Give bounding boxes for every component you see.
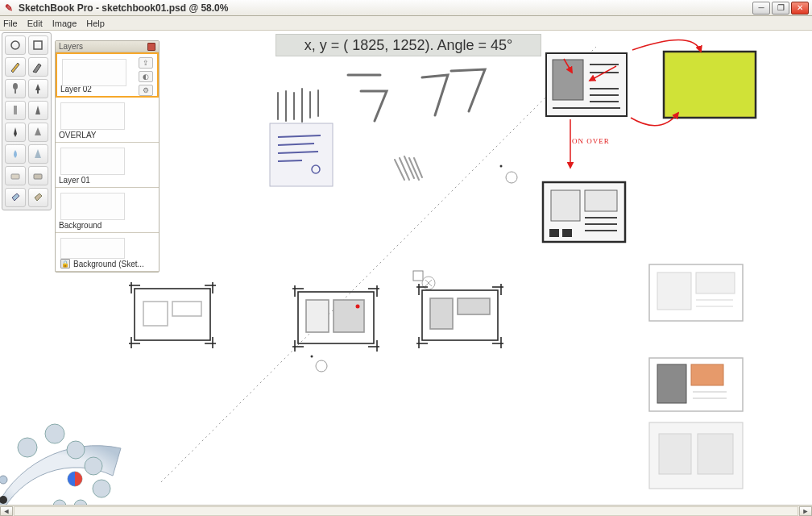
menu-image[interactable]: Image bbox=[52, 19, 77, 28]
svg-rect-55 bbox=[172, 302, 201, 316]
svg-rect-91 bbox=[659, 434, 691, 474]
layer-settings-icon[interactable]: ⚙ bbox=[139, 85, 153, 96]
layer-opacity-icon[interactable]: ◐ bbox=[139, 71, 153, 82]
lagoon-tool-1-icon[interactable] bbox=[18, 438, 37, 457]
tool-marker-2[interactable] bbox=[28, 101, 49, 120]
window-titlebar: ✎ SketchBook Pro - sketchbook01.psd @ 58… bbox=[0, 0, 812, 16]
svg-rect-54 bbox=[143, 302, 168, 326]
svg-rect-15 bbox=[270, 123, 333, 186]
svg-point-93 bbox=[11, 41, 19, 49]
layer-thumb bbox=[60, 148, 125, 175]
svg-point-2 bbox=[500, 165, 503, 168]
scroll-right-icon[interactable]: ► bbox=[799, 506, 812, 516]
maximize-button[interactable]: ❐ bbox=[772, 2, 789, 15]
window-title: SketchBook Pro - sketchbook01.psd @ 58.0… bbox=[19, 2, 752, 14]
svg-rect-94 bbox=[34, 41, 42, 49]
svg-point-3 bbox=[316, 360, 327, 372]
menu-file[interactable]: File bbox=[3, 19, 18, 28]
svg-rect-81 bbox=[696, 273, 735, 293]
close-button[interactable]: ✕ bbox=[791, 2, 809, 15]
tool-eraser-1[interactable] bbox=[5, 166, 26, 185]
svg-point-1 bbox=[506, 172, 517, 183]
lagoon-tool-5-icon[interactable] bbox=[85, 457, 102, 475]
menu-edit[interactable]: Edit bbox=[27, 19, 43, 28]
tool-brush-soft[interactable] bbox=[5, 79, 26, 98]
svg-line-19 bbox=[278, 160, 302, 161]
layer-item[interactable]: ⇪ ◐ ⚙ Layer 02 bbox=[56, 52, 159, 98]
svg-point-67 bbox=[356, 305, 360, 309]
tool-pen-1[interactable] bbox=[5, 123, 26, 142]
layer-name: OVERLAY bbox=[59, 131, 155, 139]
lagoon-tool-6-icon[interactable] bbox=[93, 480, 110, 497]
layers-title: Layers bbox=[59, 42, 83, 51]
tool-select[interactable] bbox=[5, 35, 26, 55]
svg-rect-98 bbox=[11, 174, 19, 179]
layers-close-icon[interactable] bbox=[147, 43, 155, 51]
svg-rect-39 bbox=[585, 190, 617, 211]
scroll-left-icon[interactable]: ◄ bbox=[0, 506, 13, 516]
svg-rect-43 bbox=[549, 229, 559, 237]
tool-bucket-2[interactable] bbox=[28, 188, 49, 207]
brush-lagoon[interactable] bbox=[0, 387, 137, 516]
horizontal-scrollbar[interactable]: ◄ ► bbox=[0, 505, 812, 516]
coordinate-overlay: x, y = ( 1825, 1252). Angle = 45° bbox=[276, 34, 541, 56]
window-controls: ─ ❐ ✕ bbox=[752, 2, 809, 15]
menu-help[interactable]: Help bbox=[86, 19, 105, 28]
svg-rect-38 bbox=[551, 190, 580, 221]
svg-rect-78 bbox=[458, 298, 490, 314]
layer-item[interactable]: Background bbox=[56, 188, 159, 233]
tool-eraser-2[interactable] bbox=[28, 166, 49, 185]
scrollbar-track[interactable] bbox=[14, 506, 798, 516]
svg-rect-86 bbox=[691, 364, 723, 385]
svg-rect-66 bbox=[334, 300, 364, 332]
lock-icon: 🔒 bbox=[60, 259, 70, 268]
tool-airbrush[interactable] bbox=[28, 57, 49, 77]
svg-rect-77 bbox=[430, 298, 453, 329]
layer-name: Background bbox=[59, 221, 155, 230]
tool-bucket-1[interactable] bbox=[5, 188, 26, 207]
svg-line-25 bbox=[414, 158, 422, 177]
svg-rect-5 bbox=[413, 271, 423, 281]
svg-rect-99 bbox=[34, 174, 42, 179]
annotation-onover: ON OVER bbox=[572, 137, 610, 145]
layers-header[interactable]: Layers bbox=[56, 41, 159, 52]
svg-rect-44 bbox=[562, 229, 572, 237]
layer-thumb bbox=[60, 102, 125, 130]
svg-line-22 bbox=[400, 158, 409, 180]
tool-pen-2[interactable] bbox=[28, 123, 49, 142]
layer-visibility-icon[interactable]: ⇪ bbox=[139, 57, 153, 69]
app-icon: ✎ bbox=[3, 2, 14, 14]
svg-rect-85 bbox=[657, 364, 686, 403]
tool-crop[interactable] bbox=[28, 35, 49, 55]
tool-brush-hard[interactable] bbox=[28, 79, 49, 98]
tool-drop[interactable] bbox=[5, 144, 26, 164]
tool-pencil[interactable] bbox=[5, 57, 26, 77]
minimize-button[interactable]: ─ bbox=[752, 2, 770, 15]
layer-thumb bbox=[60, 193, 125, 220]
lagoon-tool-3-icon[interactable] bbox=[67, 441, 85, 459]
tool-cone[interactable] bbox=[28, 144, 49, 164]
svg-rect-96 bbox=[14, 89, 16, 94]
layer-name: Background (Sket... bbox=[73, 260, 155, 268]
layer-item[interactable]: 🔒 Background (Sket... bbox=[56, 233, 159, 272]
svg-rect-97 bbox=[37, 90, 39, 94]
svg-point-4 bbox=[311, 356, 313, 358]
svg-rect-35 bbox=[669, 56, 751, 113]
tool-marker-1[interactable] bbox=[5, 101, 26, 120]
svg-rect-80 bbox=[657, 273, 691, 310]
svg-point-95 bbox=[13, 83, 18, 89]
svg-line-21 bbox=[395, 160, 404, 180]
coordinate-text: x, y = ( 1825, 1252). Angle = 45° bbox=[304, 37, 512, 54]
layers-panel: Layers ⇪ ◐ ⚙ Layer 02 OVERLAY Layer 01 B… bbox=[55, 40, 160, 273]
layer-item[interactable]: OVERLAY bbox=[56, 98, 159, 143]
layer-name: Layer 01 bbox=[59, 176, 155, 185]
layer-thumb bbox=[62, 59, 126, 86]
menu-bar: File Edit Image Help bbox=[0, 16, 812, 31]
toolbox-panel bbox=[2, 32, 52, 210]
layer-item[interactable]: Layer 01 bbox=[56, 143, 159, 188]
lagoon-tool-2-icon[interactable] bbox=[45, 424, 64, 443]
svg-rect-65 bbox=[306, 300, 329, 332]
svg-rect-92 bbox=[698, 434, 733, 474]
layer-thumb bbox=[60, 238, 125, 259]
lagoon-small-1-icon[interactable] bbox=[0, 476, 7, 484]
